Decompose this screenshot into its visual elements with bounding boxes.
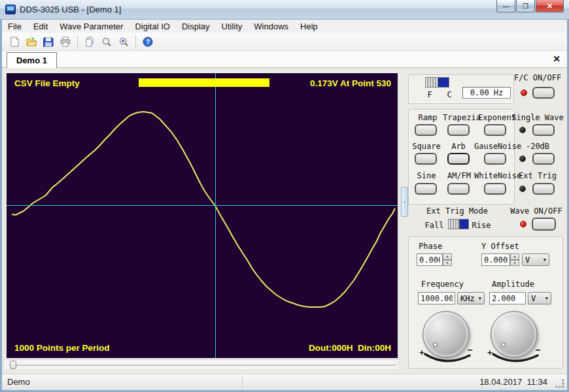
cursor-horizontal-line [7,205,398,206]
tab-bar: Demo 1 ✕ [2,51,567,68]
fc-onoff-led [521,90,527,96]
ext-trig-led [519,186,526,192]
amplitude-unit-select[interactable]: V ▼ [528,292,551,304]
close-button[interactable]: ✕ [536,0,564,12]
ramp-label: Ramp [411,113,444,122]
dout-din-text: Dout:000H Din:00H [309,343,391,353]
ramp-button[interactable] [415,124,437,136]
menu-edit[interactable]: Edit [27,20,54,33]
amplitude-label: Amplitude [492,280,544,289]
waveform-display[interactable]: CSV File Empty 0.173V At Point 530 1000 … [7,73,398,358]
spinner-down-icon[interactable]: ▼ [443,260,452,267]
fc-onoff-button[interactable] [532,87,555,99]
waveform-trace [12,112,395,307]
yoffset-input[interactable] [481,253,510,266]
arb-button[interactable] [447,153,470,165]
minus20db-button[interactable] [532,153,555,165]
fc-switch-track [438,78,449,87]
resize-grip[interactable] [555,379,564,388]
dropdown-arrow-icon: ▼ [545,296,548,301]
menu-wave-parameter[interactable]: Wave Parameter [54,20,129,33]
trig-edge-switch-thumb [449,220,460,229]
amfm-button[interactable] [447,183,470,195]
fc-onoff-label: F/C ON/OFF [510,73,565,82]
wave-onoff-label: Wave ON/OFF [506,206,566,216]
yoffset-spinner[interactable]: ▲ ▼ [510,253,519,266]
amplitude-knob-indicator [501,342,506,347]
fc-switch[interactable] [425,77,449,88]
cursor-readout-text: 0.173V At Point 530 [310,78,391,88]
square-label: Square [410,142,443,151]
yoffset-unit-select[interactable]: V ▼ [522,253,549,266]
status-separator [242,376,243,389]
ext-trig-button[interactable] [532,183,555,195]
whitenoise-button[interactable] [484,183,506,195]
amplitude-input[interactable] [489,292,526,304]
tab-close-icon[interactable]: ✕ [553,54,560,64]
maximize-button[interactable]: ❐ [516,0,535,12]
trig-edge-switch[interactable] [448,219,469,229]
spinner-up-icon[interactable]: ▲ [510,253,519,260]
f-label: F [426,90,434,99]
panel-expander-button[interactable]: › [401,187,408,217]
new-document-icon[interactable] [7,35,22,49]
amplitude-unit-value: V [531,294,536,303]
horizontal-scrollbar[interactable] [3,359,400,370]
phase-label: Phase [419,242,447,251]
status-bar: Demo 18.04.2017 11:34 [2,374,567,390]
yoffset-unit-value: V [525,255,530,265]
title-bar: DDS-3025 USB - [Demo 1] — ❐ ✕ [0,0,569,20]
print-icon[interactable] [58,35,73,49]
yoffset-label: Y Offset [481,242,527,251]
zoom-in-icon[interactable] [116,35,131,49]
menu-file[interactable]: File [2,20,27,33]
menu-display[interactable]: Display [176,20,216,33]
frequency-unit-select[interactable]: KHz ▼ [457,292,485,304]
dropdown-arrow-icon: ▼ [479,296,481,301]
waveform-plot [7,73,398,358]
frequency-input[interactable] [418,292,455,304]
menu-digital-io[interactable]: Digital IO [129,20,175,33]
menu-windows[interactable]: Windows [248,20,294,33]
scrollbar-thumb[interactable] [10,361,16,369]
copy-icon[interactable] [82,35,97,49]
trapezia-button[interactable] [447,124,470,136]
status-text: Demo [7,377,30,387]
selection-bar [139,78,269,87]
phase-input[interactable] [417,253,443,266]
phase-spinner[interactable]: ▲ ▼ [443,253,452,266]
menu-utility[interactable]: Utility [216,20,249,33]
square-button[interactable] [415,153,437,165]
points-per-period-text: 1000 Points per Period [14,343,110,353]
minus20db-label: -20dB [509,142,566,151]
amplitude-knob-arc [489,351,542,366]
wave-onoff-button[interactable] [532,218,556,231]
scrollbar-track [9,365,396,366]
single-wave-button[interactable] [532,124,555,136]
counter-frequency-display: 0.00 Hz [462,87,511,99]
csv-status-text: CSV File Empty [14,78,80,88]
trapezia-label: Trapezia [441,113,482,122]
toolbar-separator [77,35,78,48]
toolbar: ? [2,33,567,51]
toolbar-separator [135,35,136,48]
open-folder-icon[interactable] [24,35,39,49]
arb-label: Arb [445,142,472,151]
spinner-down-icon[interactable]: ▼ [510,260,519,267]
save-icon[interactable] [41,35,56,49]
tab-demo1[interactable]: Demo 1 [7,52,57,68]
sine-button[interactable] [415,183,437,195]
zoom-out-icon[interactable] [99,35,114,49]
menu-help[interactable]: Help [294,20,324,33]
amfm-label: AM/FM [444,171,474,180]
exponent-button[interactable] [484,124,506,136]
minimize-button[interactable]: — [496,0,515,12]
trig-edge-switch-track [460,220,469,229]
app-window: DDS-3025 USB - [Demo 1] — ❐ ✕ File Edit … [0,0,569,392]
gausenoise-button[interactable] [484,153,506,165]
client-area: CSV File Empty 0.173V At Point 530 1000 … [2,68,567,374]
dropdown-arrow-icon: ▼ [543,257,546,263]
help-icon[interactable]: ? [140,35,156,49]
minus20db-led [519,155,526,162]
spinner-up-icon[interactable]: ▲ [443,253,452,260]
